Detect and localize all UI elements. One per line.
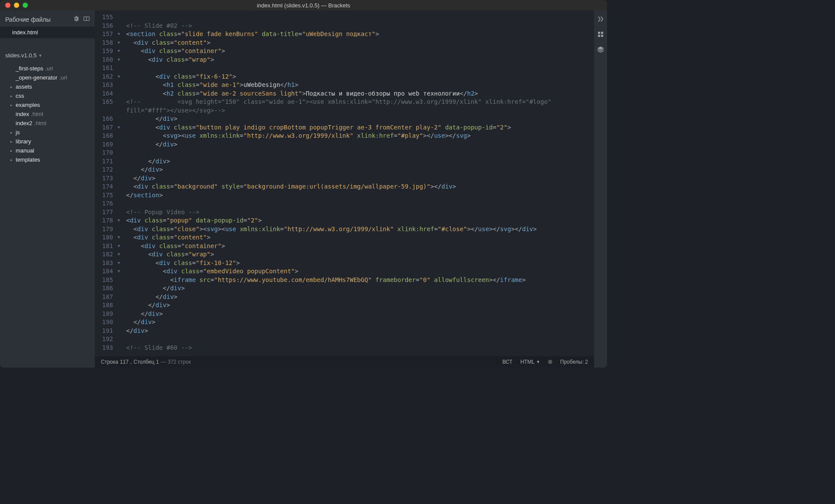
code-line[interactable] (126, 335, 590, 344)
code-line[interactable]: <svg><use xmlns:xlink="http://www.w3.org… (126, 132, 590, 140)
tree-folder[interactable]: ▸library (0, 137, 95, 146)
gutter-row: 185 (99, 276, 120, 285)
tree-file[interactable]: _first-steps.url (0, 64, 95, 73)
sidebar: Рабочие файлы index.html slides.v1.0.5 ▼… (0, 10, 95, 368)
gutter-row: 160▼ (99, 56, 120, 64)
tree-folder[interactable]: ▸assets (0, 82, 95, 91)
gutter-row: 173 (99, 174, 120, 183)
gutter-row: 170 (99, 149, 120, 157)
extensions-icon[interactable] (597, 31, 604, 39)
titlebar: index.html (slides.v1.0.5) — Brackets (0, 0, 607, 10)
code-line[interactable]: <div class="background" style="backgroun… (126, 182, 590, 191)
working-files-header: Рабочие файлы (0, 10, 95, 27)
tree-folder[interactable]: ▸templates (0, 155, 95, 164)
code-line[interactable]: <div class="content"> (126, 39, 590, 47)
tree-folder[interactable]: ▸examples (0, 100, 95, 109)
live-preview-icon[interactable] (597, 16, 604, 24)
code-line[interactable]: <h2 class="wide ae-2 sourceSans light">П… (126, 90, 590, 98)
window-title: index.html (slides.v1.0.5) — Brackets (257, 2, 351, 9)
working-files-title: Рабочие файлы (5, 16, 50, 23)
code-line[interactable]: <section class="slide fade kenBurns" dat… (126, 30, 590, 39)
project-name: slides.v1.0.5 (5, 52, 37, 59)
close-window-button[interactable] (5, 3, 10, 8)
code-line[interactable] (126, 149, 590, 157)
code-line[interactable]: <div class="fix-10-12"> (126, 259, 590, 268)
cursor-col-label: Столбец (134, 359, 154, 365)
svg-rect-4 (598, 35, 600, 37)
tree-folder[interactable]: ▸js (0, 128, 95, 137)
gutter-row: 182▼ (99, 250, 120, 259)
gutter-row: 172 (99, 166, 120, 174)
code-line[interactable]: </div> (126, 301, 590, 310)
code-editor[interactable]: 155156157▼158▼159▼160▼161162▼16316416516… (95, 10, 594, 356)
insert-mode[interactable]: ВСТ (502, 359, 512, 365)
tree-file[interactable]: _open-generator.url (0, 73, 95, 82)
gear-icon[interactable] (73, 16, 79, 23)
svg-rect-3 (601, 32, 603, 34)
code-line[interactable] (126, 64, 590, 73)
code-line[interactable]: <div class="fix-6-12"> (126, 73, 590, 81)
code-line[interactable]: </div> (126, 293, 590, 302)
code-line[interactable]: <iframe src="https://www.youtube.com/emb… (126, 276, 590, 285)
code-line[interactable]: <div class="popup" data-popup-id="2"> (126, 216, 590, 225)
code-line[interactable]: </div> (126, 140, 590, 149)
tree-file[interactable]: index2.html (0, 119, 95, 128)
code-line[interactable]: </section> (126, 191, 590, 200)
code-line[interactable]: <!-- Slide #60 --> (126, 344, 590, 352)
code-line[interactable]: <div class="wrap"> (126, 56, 590, 64)
gutter-row: 164 (99, 90, 120, 98)
code-line[interactable]: <div class="container"> (126, 47, 590, 56)
code-line[interactable]: </div> (126, 310, 590, 318)
code-line[interactable]: <div class="wrap"> (126, 250, 590, 259)
code-line[interactable]: <!-- Popup Video --> (126, 208, 590, 217)
tree-file[interactable]: index.html (0, 109, 95, 119)
code-line[interactable]: <div class="content"> (126, 233, 590, 242)
code-line[interactable]: </div> (126, 166, 590, 174)
code-line[interactable]: <div class="button play indigo cropBotto… (126, 123, 590, 132)
gutter-row: 161 (99, 64, 120, 73)
code-line[interactable]: <!-- Slide #02 --> (126, 22, 590, 30)
gutter-row: 162▼ (99, 73, 120, 81)
code-line[interactable]: <div class="embedVideo popupContent"> (126, 267, 590, 276)
gutter-row: 181▼ (99, 242, 120, 251)
code-line[interactable]: <div class="container"> (126, 242, 590, 251)
lint-status-dot[interactable] (548, 360, 552, 364)
code-line[interactable]: </div> (126, 115, 590, 123)
project-dropdown[interactable]: slides.v1.0.5 ▼ (0, 49, 95, 62)
gutter-row: 163 (99, 81, 120, 90)
cursor-line-label: Строка (101, 359, 118, 365)
code-line[interactable]: </div> (126, 157, 590, 166)
split-view-icon[interactable] (84, 16, 90, 23)
gutter-row: 180▼ (99, 233, 120, 242)
minimize-window-button[interactable] (14, 3, 19, 8)
main-area: Рабочие файлы index.html slides.v1.0.5 ▼… (0, 10, 607, 368)
gutter-row: 175 (99, 191, 120, 200)
code-line[interactable]: </div> (126, 284, 590, 293)
code-line-wrap[interactable]: fill="#fff"></use></svg>--> (126, 106, 590, 115)
indent-setting[interactable]: Пробелы: 2 (560, 359, 588, 365)
gutter-row: 174 (99, 182, 120, 191)
code-line[interactable]: <h1 class="wide ae-1">uWebDesign</h1> (126, 81, 590, 90)
gutter-row: 158▼ (99, 39, 120, 47)
working-file-item[interactable]: index.html (0, 27, 95, 38)
gutter-row: 168 (99, 132, 120, 140)
code-line[interactable] (126, 13, 590, 22)
gutter-row: 178▼ (99, 216, 120, 225)
layers-icon[interactable] (597, 46, 604, 54)
code-area[interactable]: <!-- Slide #02 --><section class="slide … (122, 10, 594, 356)
gutter-row: 179 (99, 225, 120, 234)
code-line[interactable]: </div> (126, 327, 590, 335)
code-line[interactable]: <!-- <svg height="150" class="wide ae-1"… (126, 98, 590, 106)
gutter-row: 159▼ (99, 47, 120, 56)
gutter-row: 184▼ (99, 267, 120, 276)
gutter-row: 191 (99, 327, 120, 335)
language-selector[interactable]: HTML ▼ (520, 359, 540, 365)
code-line[interactable] (126, 199, 590, 208)
code-line[interactable]: </div> (126, 318, 590, 327)
cursor-line: 117 (120, 359, 129, 365)
tree-folder[interactable]: ▸css (0, 91, 95, 100)
tree-folder[interactable]: ▸manual (0, 146, 95, 155)
code-line[interactable]: </div> (126, 174, 590, 183)
maximize-window-button[interactable] (23, 3, 28, 8)
code-line[interactable]: <div class="close"><svg><use xmlns:xlink… (126, 225, 590, 234)
